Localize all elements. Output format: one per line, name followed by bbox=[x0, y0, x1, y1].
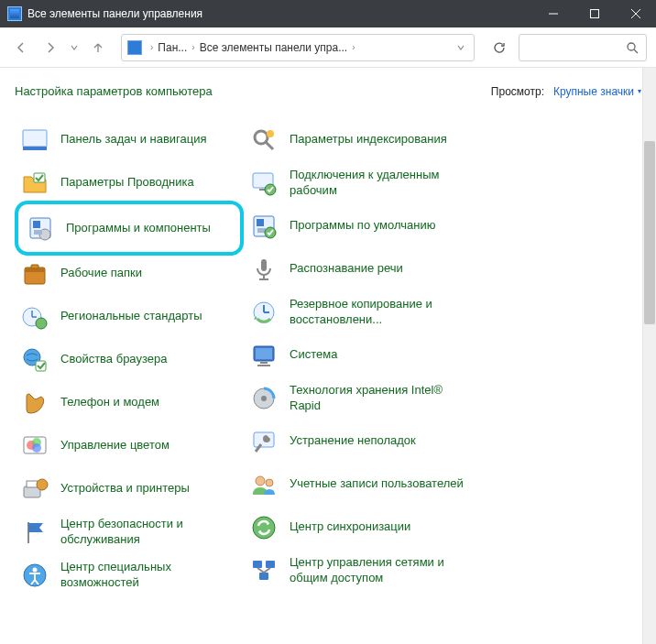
app-icon bbox=[7, 6, 22, 21]
item-label: Подключения к удаленным рабочим bbox=[290, 168, 467, 198]
taskbar-icon bbox=[20, 126, 49, 155]
item-label: Центр управления сетями и общим доступом bbox=[290, 555, 467, 585]
svg-rect-59 bbox=[266, 561, 275, 568]
storage-icon bbox=[249, 384, 279, 413]
svg-rect-6 bbox=[23, 130, 47, 147]
scrollbar[interactable] bbox=[642, 68, 656, 644]
toolbar: › Пан... › Все элементы панели упра... › bbox=[0, 27, 656, 68]
svg-rect-27 bbox=[27, 481, 38, 487]
item-ease-of-access[interactable]: Центр специальных возможностей bbox=[15, 553, 244, 596]
svg-rect-8 bbox=[34, 173, 45, 182]
item-devices-and-printers[interactable]: Устройства и принтеры bbox=[15, 467, 244, 510]
back-button[interactable] bbox=[9, 36, 33, 60]
item-sync-center[interactable]: Центр синхронизации bbox=[244, 506, 473, 549]
item-label: Программы по умолчанию bbox=[290, 218, 435, 233]
window-title: Все элементы панели управления bbox=[27, 7, 532, 20]
default-programs-icon bbox=[249, 212, 279, 241]
breadcrumb-control-panel[interactable]: Пан... bbox=[158, 41, 187, 54]
item-regional-settings[interactable]: Региональные стандарты bbox=[15, 295, 244, 338]
microphone-icon bbox=[249, 255, 279, 284]
view-dropdown[interactable]: Крупные значки ▾ bbox=[553, 85, 641, 98]
ease-of-access-icon bbox=[20, 561, 49, 590]
network-icon bbox=[249, 556, 279, 585]
forward-button[interactable] bbox=[38, 36, 62, 60]
svg-rect-42 bbox=[261, 259, 267, 271]
item-label: Устранение неполадок bbox=[290, 433, 416, 448]
clock-globe-icon bbox=[20, 302, 49, 332]
breadcrumb-all-items[interactable]: Все элементы панели упра... bbox=[200, 41, 348, 54]
svg-point-56 bbox=[266, 479, 273, 486]
item-label: Устройства и принтеры bbox=[60, 481, 190, 496]
indexing-icon bbox=[249, 126, 279, 155]
item-label: Система bbox=[290, 347, 337, 362]
svg-line-62 bbox=[264, 568, 270, 573]
item-taskbar-navigation[interactable]: Панель задач и навигация bbox=[15, 118, 244, 161]
refresh-button[interactable] bbox=[486, 34, 513, 61]
svg-rect-60 bbox=[259, 573, 268, 580]
item-label: Телефон и модем bbox=[60, 395, 159, 409]
item-label: Параметры индексирования bbox=[290, 132, 447, 147]
system-icon bbox=[249, 341, 279, 370]
view-label: Просмотр: bbox=[491, 85, 544, 98]
item-system[interactable]: Система bbox=[244, 333, 473, 377]
svg-rect-39 bbox=[257, 219, 264, 226]
item-color-management[interactable]: Управление цветом bbox=[15, 424, 244, 467]
work-folders-icon bbox=[20, 259, 49, 289]
items-column-right: Параметры индексирования Подключения к у… bbox=[244, 118, 473, 596]
svg-point-4 bbox=[628, 43, 635, 50]
svg-rect-15 bbox=[31, 265, 38, 268]
item-backup-restore[interactable]: Резервное копирование и восстановлени... bbox=[244, 290, 473, 333]
item-label: Центр безопасности и обслуживания bbox=[60, 517, 238, 547]
item-intel-rapid-storage[interactable]: Технология хранения Intel® Rapid bbox=[244, 377, 473, 420]
item-label: Управление цветом bbox=[60, 438, 169, 453]
close-button[interactable] bbox=[615, 0, 656, 27]
item-security-maintenance[interactable]: Центр безопасности и обслуживания bbox=[15, 510, 244, 553]
search-input[interactable] bbox=[519, 34, 647, 61]
item-user-accounts[interactable]: Учетные записи пользователей bbox=[244, 463, 473, 506]
svg-rect-50 bbox=[260, 362, 268, 364]
chevron-right-icon: › bbox=[148, 42, 156, 52]
item-explorer-options[interactable]: Параметры Проводника bbox=[15, 161, 244, 204]
item-label: Учетные записи пользователей bbox=[290, 476, 464, 491]
chevron-down-icon: ▾ bbox=[638, 87, 641, 95]
item-label: Распознавание речи bbox=[290, 261, 403, 276]
svg-line-5 bbox=[634, 49, 638, 53]
scroll-thumb[interactable] bbox=[644, 141, 655, 324]
up-button[interactable] bbox=[86, 36, 110, 60]
phone-icon bbox=[20, 388, 49, 418]
item-label: Региональные стандарты bbox=[60, 309, 202, 323]
item-default-programs[interactable]: Программы по умолчанию bbox=[244, 204, 473, 247]
address-bar[interactable]: › Пан... › Все элементы панели упра... › bbox=[121, 34, 475, 61]
page-heading: Настройка параметров компьютера bbox=[15, 84, 491, 98]
titlebar: Все элементы панели управления bbox=[0, 0, 656, 27]
item-troubleshooting[interactable]: Устранение неполадок bbox=[244, 420, 473, 463]
item-speech-recognition[interactable]: Распознавание речи bbox=[244, 247, 473, 290]
control-panel-icon bbox=[127, 40, 142, 55]
troubleshoot-icon bbox=[249, 427, 279, 456]
recent-dropdown[interactable] bbox=[68, 36, 81, 60]
item-label: Центр специальных возможностей bbox=[60, 560, 238, 590]
item-internet-options[interactable]: Свойства браузера bbox=[15, 338, 244, 381]
item-label: Панель задач и навигация bbox=[60, 132, 207, 147]
remote-desktop-icon bbox=[249, 169, 279, 198]
minimize-button[interactable] bbox=[532, 0, 574, 27]
chevron-right-icon: › bbox=[349, 42, 357, 52]
item-label: Свойства браузера bbox=[60, 352, 167, 366]
item-programs-and-features[interactable]: Программы и компоненты bbox=[15, 201, 244, 256]
maximize-button[interactable] bbox=[574, 0, 615, 27]
programs-icon bbox=[26, 213, 55, 243]
svg-point-28 bbox=[37, 479, 48, 490]
address-dropdown[interactable] bbox=[454, 41, 468, 54]
svg-rect-1 bbox=[590, 10, 598, 18]
items-grid: Панель задач и навигация Параметры Прово… bbox=[15, 118, 641, 596]
item-remote-desktop[interactable]: Подключения к удаленным рабочим bbox=[244, 161, 473, 204]
item-phone-and-modem[interactable]: Телефон и модем bbox=[15, 381, 244, 424]
svg-point-55 bbox=[256, 476, 265, 486]
item-work-folders[interactable]: Рабочие папки bbox=[15, 252, 244, 295]
flag-icon bbox=[20, 518, 49, 547]
item-indexing-options[interactable]: Параметры индексирования bbox=[244, 118, 473, 161]
view-value: Крупные значки bbox=[553, 85, 634, 98]
svg-rect-12 bbox=[34, 230, 42, 235]
search-icon bbox=[626, 41, 639, 54]
item-network-sharing[interactable]: Центр управления сетями и общим доступом bbox=[244, 549, 473, 592]
